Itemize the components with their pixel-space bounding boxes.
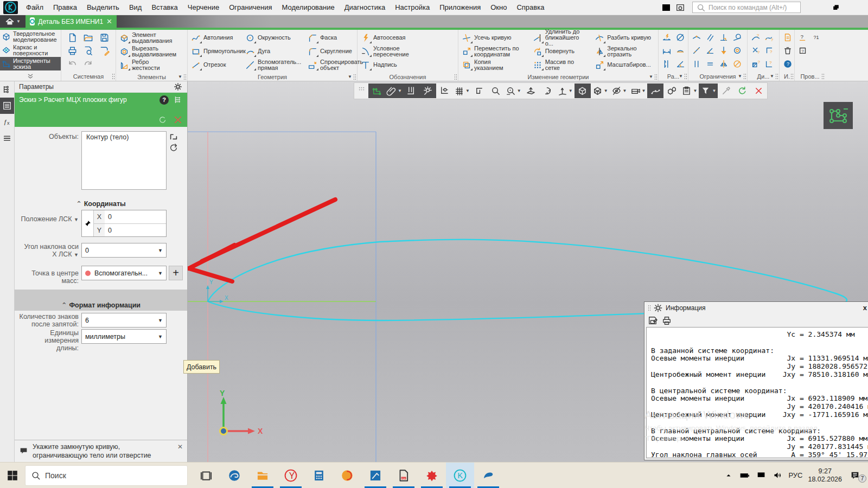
none-icon[interactable] [809,44,823,57]
taskbar-app[interactable] [192,463,220,488]
q-curve-icon[interactable]: ? [749,31,762,44]
tray-expand-icon[interactable] [723,472,734,479]
menu-item[interactable]: Окно [486,0,512,15]
ribbon-button[interactable]: Зеркально отразить [591,44,658,58]
ribbon-button[interactable]: Окружность [242,31,304,44]
menu-item[interactable]: Файл [21,0,48,15]
taskbar-app[interactable] [333,463,361,488]
panel-strip-button[interactable] [0,98,14,114]
network-icon[interactable] [756,471,767,480]
ribbon-button[interactable]: Разбить кривую [591,31,658,44]
toolbar-button[interactable]: ▼ [663,84,680,98]
taskbar-app[interactable] [474,463,502,488]
ribbon-button[interactable]: Фаска [304,31,358,44]
y-field[interactable]: Y0 [94,223,166,236]
con-aux-icon[interactable] [690,44,703,57]
none-icon[interactable] [796,57,809,70]
toolbar-button[interactable]: ▼ [385,84,404,98]
ribbon-button[interactable]: Дуга [242,44,304,58]
ribbon-button[interactable]: Спроецировать объект [304,58,358,72]
angle-select[interactable]: 0▼ [81,243,167,258]
info-text-area[interactable]: Yc = 2.345374 мм В заданной системе коор… [646,327,868,458]
toolbar-button[interactable]: ▼ [734,84,750,98]
con-vertpair-icon[interactable] [690,57,703,70]
ribbon-button[interactable]: Удлинить до ближайшего о... [529,31,592,44]
con-concentric-icon[interactable] [730,44,744,57]
ribbon-button[interactable]: Скругление [304,44,358,58]
taskbar-app[interactable]: PDF [390,463,418,488]
toolbar-button[interactable]: ▼ [368,84,385,98]
clock[interactable]: 9:2718.02.2026 [808,467,842,484]
q-box-icon[interactable]: ? [796,44,809,57]
redo-icon[interactable] [80,57,96,70]
section-coordinates[interactable]: ⌃Координаты [15,200,187,208]
mass-point-select[interactable]: Вспомогательн...▼ [81,266,167,280]
help-icon[interactable]: ? [159,95,169,105]
help-icon[interactable]: ? [781,57,794,70]
ribbon-button[interactable]: Вырезать выдавливанием [116,44,180,58]
q-hatch-icon[interactable]: ? [749,57,762,70]
toolbar-button[interactable]: ▼ [504,84,523,98]
document-tab[interactable]: Деталь БЕЗ ИМЕНИ1 ✕ [25,15,117,28]
toolbar-button[interactable]: ▼ [680,84,699,98]
ribbon-collapse[interactable] [0,72,61,81]
x-field[interactable]: X0 [94,210,166,223]
window-settings-icon[interactable] [675,3,686,12]
close-button[interactable] [847,2,864,14]
q-spline-icon[interactable]: ? [762,31,776,44]
toolbar-button[interactable]: ▼ [539,84,556,98]
close-command-icon[interactable] [173,115,183,125]
doc-settings-icon[interactable] [781,31,794,44]
workspace-button[interactable]: Инструменты эскиза [0,57,61,70]
drawing-canvas[interactable]: Y X Y X ▼▼▼▼▼▼▼▼▼▼▼▼▼▼▼▼▼▼▼▼▼▼▼▼ [188,81,868,462]
retarget-icon[interactable] [169,131,178,141]
lcs-label[interactable]: Положение ЛСК ▼ [15,210,79,237]
refresh-icon[interactable] [158,115,168,125]
menu-item[interactable]: Вид [124,0,147,15]
tree-icon[interactable] [173,95,183,105]
gear-icon[interactable] [173,82,183,92]
home-tab[interactable]: ▼ [0,15,25,28]
dim-vert-icon[interactable] [660,57,673,70]
menu-item[interactable]: Моделирование [277,0,340,15]
ribbon-button[interactable]: Автолиния [188,31,242,44]
preview-icon[interactable] [80,44,96,57]
language-indicator[interactable]: РУС [788,471,802,479]
ribbon-button[interactable]: Усечь кривую [458,31,529,44]
battery-icon[interactable] [739,471,750,480]
menu-item[interactable]: Диагностика [340,0,390,15]
menu-item[interactable]: Выделить [82,0,124,15]
menu-item[interactable]: Справка [512,0,549,15]
notification-icon[interactable]: 7 [847,471,863,480]
trash-icon[interactable] [781,44,794,57]
taskbar-app[interactable] [361,463,390,488]
digits-select[interactable]: 6▼ [81,313,167,328]
ribbon-button[interactable]: Элемент выдавливания [116,31,180,44]
ribbon-button[interactable]: Автоосевая [358,31,412,44]
toolbar-button[interactable]: ▼ [488,84,504,98]
toolbar-button[interactable]: ▼ [436,84,452,98]
con-perp-icon[interactable] [717,31,730,44]
taskbar-app[interactable] [305,463,333,488]
ribbon-button[interactable]: Переместить по координатам [458,44,529,58]
taskbar-app[interactable]: Y [277,463,305,488]
section-format[interactable]: ⌃Формат информации [15,290,187,311]
toolbar-button[interactable]: ▼ [591,84,610,98]
toolbar-button[interactable]: ▼ [355,84,368,98]
undo-icon[interactable] [65,57,80,70]
window-layout-icon[interactable] [661,3,672,12]
list-item[interactable]: Контур (тело) [86,133,162,141]
minimize-button[interactable] [808,2,825,14]
tab-close-icon[interactable]: ✕ [106,17,112,25]
con-symmetry-icon[interactable] [717,57,730,70]
con-fix-icon[interactable] [717,44,730,57]
ribbon-button[interactable]: Условное пересечение [358,44,412,58]
message-close-icon[interactable]: ✕ [177,442,183,460]
toolbar-button[interactable]: ▼ [699,84,718,98]
toolbar-button[interactable]: ▼ [452,84,471,98]
toolbar-button[interactable]: ▼ [404,84,420,98]
group-grip[interactable] [112,73,114,79]
save-edit-icon[interactable] [97,44,112,57]
menu-item[interactable]: Вставка [146,0,182,15]
dim-arc-icon[interactable] [673,44,687,57]
